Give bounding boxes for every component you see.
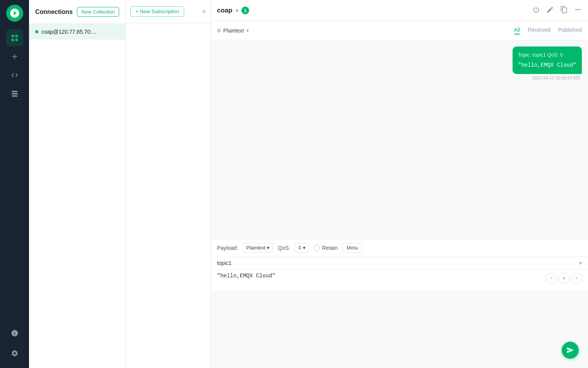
expand-icon[interactable]: ▾ — [579, 260, 582, 266]
retain-group: Retain — [314, 245, 338, 251]
sidebar-item-add[interactable] — [6, 48, 23, 65]
topbar-left: coap ▾ 1 — [217, 7, 249, 14]
filter-bar: Plaintext ▾ All Received Published — [211, 21, 588, 40]
format-label[interactable]: Plaintext — [223, 28, 244, 34]
connections-header: Connections New Collection — [29, 0, 125, 24]
publish-area: Payload: Plaintext ▾ QoS: 0 ▾ Retain Met… — [211, 239, 588, 368]
filter-tabs: All Received Published — [514, 27, 582, 34]
chevron-down-icon[interactable]: ▾ — [236, 7, 238, 14]
svg-rect-3 — [15, 39, 18, 41]
topbar: coap ▾ 1 — [211, 0, 588, 21]
messages-list: Topic: topic1 QoS: 0 "hello,EMQX Cloud" … — [211, 40, 588, 239]
payload-format-select[interactable]: Plaintext ▾ — [243, 243, 273, 253]
edit-icon[interactable] — [546, 6, 554, 15]
subscriptions-header: + New Subscription ≡ — [126, 0, 210, 23]
publish-toolbar: Payload: Plaintext ▾ QoS: 0 ▾ Retain Met… — [211, 239, 588, 257]
qos-separator: QoS: — [547, 52, 560, 58]
message-bubble: Topic: topic1 QoS: 0 "hello,EMQX Cloud" — [513, 46, 582, 74]
more-icon[interactable] — [574, 6, 582, 15]
plus-icon: + — [135, 9, 138, 14]
subscriptions-panel: + New Subscription ≡ — [126, 0, 211, 368]
publish-topic-row: ▾ — [211, 257, 588, 270]
sidebar-item-info[interactable] — [6, 325, 23, 342]
qos-value-display: 0 — [298, 245, 301, 251]
filter-left: Plaintext ▾ — [217, 28, 249, 34]
qos-select[interactable]: 0 ▾ — [295, 243, 309, 253]
message-topic-qos: Topic: topic1 QoS: 0 — [518, 51, 576, 59]
message-count-badge: 1 — [241, 7, 249, 14]
retain-label: Retain — [322, 245, 338, 251]
clear-message-button[interactable] — [559, 273, 569, 284]
topic-value: topic1 — [532, 52, 546, 58]
format-chevron-icon[interactable]: ▾ — [246, 28, 249, 33]
new-subscription-label: New Subscription — [140, 9, 179, 14]
connection-item[interactable]: coap@120.77.65.70:... — [29, 24, 125, 40]
connection-name: coap@120.77.65.70:... — [41, 29, 96, 35]
sidebar — [0, 0, 29, 368]
prev-message-button[interactable] — [546, 273, 557, 284]
new-collection-button[interactable]: New Collection — [77, 7, 119, 17]
message-item: Topic: topic1 QoS: 0 "hello,EMQX Cloud" … — [513, 46, 582, 80]
message-timestamp: 2022-04-11 10:59:14:950 — [532, 76, 582, 80]
publish-nav-buttons — [546, 273, 582, 284]
payload-input[interactable]: "hello,EMQX Cloud" — [217, 273, 546, 284]
svg-rect-0 — [11, 35, 14, 38]
send-button[interactable] — [562, 342, 579, 359]
payload-format-value: Plaintext — [246, 245, 265, 251]
power-icon[interactable] — [532, 6, 540, 15]
next-message-button[interactable] — [571, 273, 582, 284]
tab-received[interactable]: Received — [528, 27, 550, 34]
filter-icon[interactable]: ≡ — [202, 8, 206, 15]
tab-all[interactable]: All — [514, 27, 520, 34]
connection-status-dot — [35, 30, 38, 33]
copy-icon[interactable] — [560, 6, 568, 15]
sidebar-item-settings[interactable] — [6, 345, 23, 362]
new-subscription-button[interactable]: + New Subscription — [130, 6, 184, 17]
connections-panel: Connections New Collection coap@120.77.6… — [29, 0, 126, 368]
topbar-right — [532, 6, 582, 15]
topic-label: Topic: — [518, 52, 533, 58]
retain-checkbox[interactable] — [314, 245, 320, 251]
connections-title: Connections — [35, 9, 73, 15]
connection-title: coap — [217, 7, 232, 14]
main-area: coap ▾ 1 — [211, 0, 588, 368]
publish-empty-area — [211, 291, 588, 368]
meta-button[interactable]: Meta — [342, 243, 362, 253]
sidebar-item-data[interactable] — [6, 85, 23, 102]
topic-input[interactable] — [217, 260, 579, 266]
logo-button[interactable] — [6, 5, 23, 22]
qos-label: QoS: — [278, 245, 290, 251]
message-area: Plaintext ▾ All Received Published Topic… — [211, 21, 588, 368]
sidebar-item-connections[interactable] — [6, 29, 23, 46]
sidebar-item-code[interactable] — [6, 67, 23, 84]
tab-published[interactable]: Published — [558, 27, 582, 34]
svg-rect-1 — [15, 35, 18, 38]
message-payload: "hello,EMQX Cloud" — [518, 61, 576, 69]
format-status-dot — [217, 29, 221, 33]
payload-format-chevron-icon: ▾ — [267, 245, 270, 251]
svg-rect-2 — [11, 39, 14, 41]
publish-payload-row: "hello,EMQX Cloud" — [211, 270, 588, 291]
payload-label: Payload: — [217, 245, 238, 251]
qos-value: 0 — [560, 52, 563, 58]
qos-chevron-icon: ▾ — [303, 245, 306, 251]
